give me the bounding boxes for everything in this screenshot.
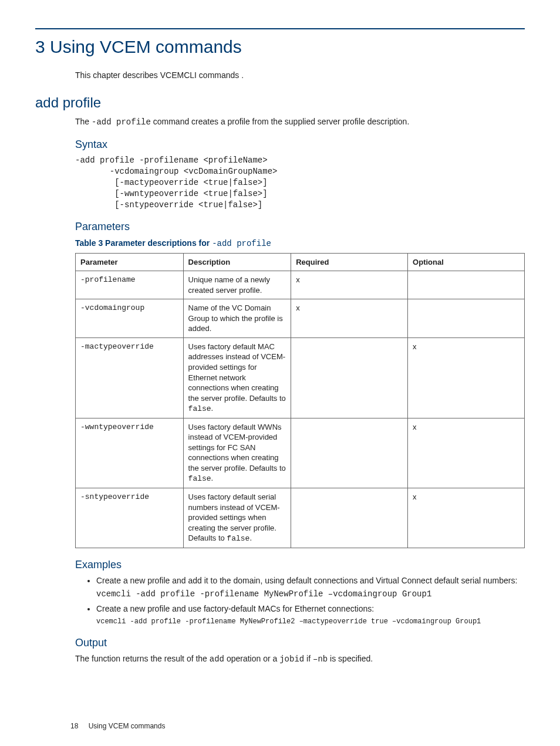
param-name: -profilename bbox=[76, 271, 184, 299]
example-code: vcemcli -add profile -profilename MyNewP… bbox=[96, 617, 525, 626]
param-optional bbox=[408, 299, 525, 338]
parameter-table: Parameter Description Required Optional … bbox=[75, 253, 525, 548]
param-name: -mactypeoverride bbox=[76, 337, 184, 418]
examples-heading: Examples bbox=[75, 558, 525, 572]
th-required: Required bbox=[291, 253, 408, 271]
intro-pre: The bbox=[75, 117, 92, 126]
intro-code: -add profile bbox=[92, 117, 151, 127]
param-desc: Uses factory default serial numbers inst… bbox=[183, 488, 291, 548]
param-optional: x bbox=[408, 488, 525, 548]
table-row: -wwntypeoverride Uses factory default WW… bbox=[76, 418, 525, 488]
param-required bbox=[291, 418, 408, 488]
table-caption-code: -add profile bbox=[212, 239, 271, 248]
param-name: -vcdomaingroup bbox=[76, 299, 184, 338]
section-add-profile: add profile bbox=[35, 93, 525, 112]
param-required bbox=[291, 488, 408, 548]
table-caption-pre: Table 3 Parameter descriptions for bbox=[75, 238, 212, 248]
param-desc: Name of the VC Domain Group to which the… bbox=[183, 299, 291, 338]
param-optional bbox=[408, 271, 525, 299]
chapter-intro: This chapter describes VCEMCLI commands … bbox=[75, 70, 525, 81]
footer-label: Using VCEM commands bbox=[89, 722, 166, 730]
param-desc: Unique name of a newly created server pr… bbox=[183, 271, 291, 299]
example-item: Create a new profile and use factory-def… bbox=[96, 603, 525, 626]
examples-list: Create a new profile and add it to the d… bbox=[85, 575, 525, 626]
param-required: x bbox=[291, 271, 408, 299]
param-name: -wwntypeoverride bbox=[76, 418, 184, 488]
output-text: The function returns the result of the a… bbox=[75, 653, 525, 665]
table-header-row: Parameter Description Required Optional bbox=[76, 253, 525, 271]
table-row: -mactypeoverride Uses factory default MA… bbox=[76, 337, 525, 418]
th-parameter: Parameter bbox=[76, 253, 184, 271]
example-text: Create a new profile and use factory-def… bbox=[96, 604, 374, 613]
param-required bbox=[291, 337, 408, 418]
parameters-heading: Parameters bbox=[75, 220, 525, 234]
intro-post: command creates a profile from the suppl… bbox=[151, 117, 409, 126]
chapter-title: 3 Using VCEM commands bbox=[35, 35, 525, 59]
param-required: x bbox=[291, 299, 408, 338]
th-description: Description bbox=[183, 253, 291, 271]
top-rule bbox=[35, 28, 525, 29]
syntax-heading: Syntax bbox=[75, 137, 525, 151]
param-name: -sntypeoverride bbox=[76, 488, 184, 548]
table-row: -sntypeoverride Uses factory default ser… bbox=[76, 488, 525, 548]
th-optional: Optional bbox=[408, 253, 525, 271]
example-code: vcemcli -add profile -profilename MyNewP… bbox=[96, 589, 525, 600]
param-optional: x bbox=[408, 418, 525, 488]
example-text: Create a new profile and add it to the d… bbox=[96, 576, 517, 585]
page-number: 18 bbox=[70, 722, 78, 730]
example-item: Create a new profile and add it to the d… bbox=[96, 575, 525, 600]
syntax-code: -add profile -profilename <profileName> … bbox=[75, 155, 525, 210]
add-profile-intro: The -add profile command creates a profi… bbox=[75, 116, 525, 128]
table-row: -vcdomaingroup Name of the VC Domain Gro… bbox=[76, 299, 525, 338]
param-optional: x bbox=[408, 337, 525, 418]
param-desc: Uses factory default WWNs instead of VCE… bbox=[183, 418, 291, 488]
output-heading: Output bbox=[75, 636, 525, 650]
param-desc: Uses factory default MAC addresses inste… bbox=[183, 337, 291, 418]
table-caption: Table 3 Parameter descriptions for -add … bbox=[75, 238, 525, 249]
footer: 18 Using VCEM commands bbox=[70, 721, 165, 731]
table-row: -profilename Unique name of a newly crea… bbox=[76, 271, 525, 299]
